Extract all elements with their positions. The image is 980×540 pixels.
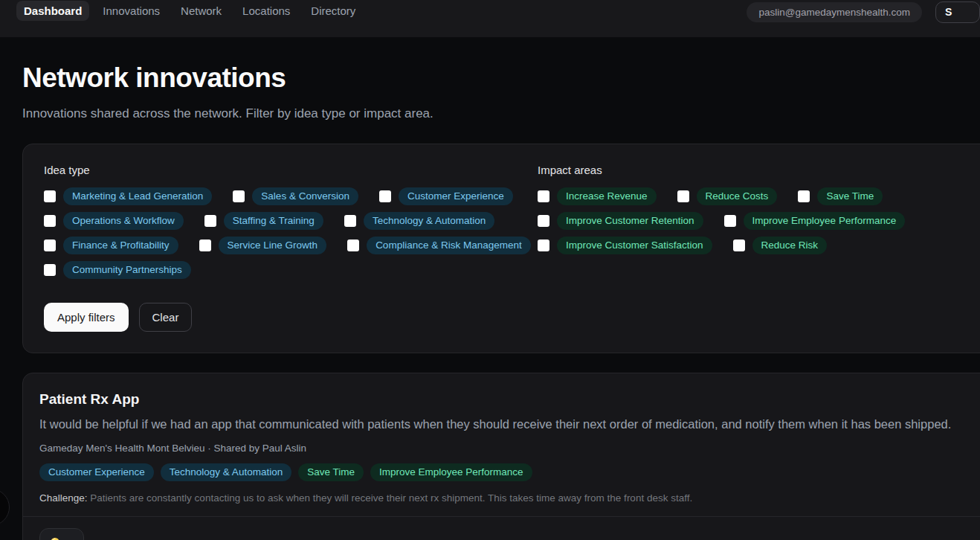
filter-pill-label[interactable]: Reduce Costs — [697, 187, 778, 205]
filter-pill-label[interactable]: Operations & Workflow — [63, 212, 184, 230]
filter-option: Reduce Costs — [677, 187, 778, 205]
filter-option: Operations & Workflow — [44, 212, 184, 230]
filter-option: Reduce Risk — [733, 237, 828, 254]
sign-out-button[interactable]: S — [935, 1, 980, 23]
checkbox-customer-experience[interactable] — [379, 190, 391, 202]
filter-option: Sales & Conversion — [233, 187, 358, 205]
filter-option: Improve Customer Satisfaction — [538, 237, 712, 254]
nav-item-dashboard[interactable]: Dashboard — [16, 1, 89, 21]
nav-item-network[interactable]: Network — [173, 1, 229, 21]
filter-option: Customer Experience — [379, 187, 513, 205]
checkbox-save-time[interactable] — [798, 190, 810, 202]
filter-option: Improve Customer Retention — [538, 212, 703, 230]
filter-option: Increase Revenue — [538, 187, 657, 205]
filter-pill-label[interactable]: Customer Experience — [399, 187, 513, 205]
challenge-text: Patients are constantly contacting us to… — [88, 492, 693, 504]
checkbox-community-partnerships[interactable] — [44, 264, 56, 276]
innovation-tags: Customer Experience Technology & Automat… — [39, 463, 980, 481]
checkbox-increase-revenue[interactable] — [538, 190, 549, 202]
lightbulb-icon — [50, 537, 60, 540]
filter-option: Marketing & Lead Generation — [44, 187, 212, 205]
filter-pill-label[interactable]: Community Partnerships — [63, 261, 191, 279]
checkbox-improve-employee-performance[interactable] — [724, 215, 736, 227]
filter-option: Technology & Automation — [344, 212, 494, 230]
filter-pill-label[interactable]: Reduce Risk — [752, 237, 828, 254]
challenge-line: Challenge: Patients are constantly conta… — [39, 492, 980, 504]
checkbox-technology-automation[interactable] — [344, 215, 356, 227]
tag-save-time: Save Time — [298, 463, 364, 481]
checkbox-sales-conversion[interactable] — [233, 190, 245, 202]
checkbox-operations-workflow[interactable] — [44, 215, 56, 227]
filter-pill-label[interactable]: Staffing & Training — [224, 212, 323, 230]
main-nav: Dashboard Innovations Network Locations … — [16, 1, 363, 21]
checkbox-improve-customer-satisfaction[interactable] — [538, 240, 549, 251]
filter-pill-label[interactable]: Compliance & Risk Management — [367, 237, 531, 254]
checkbox-reduce-costs[interactable] — [677, 190, 689, 202]
innovation-description: It would be helpful if we had an app tha… — [39, 417, 980, 431]
innovation-title: Patient Rx App — [39, 391, 980, 408]
checkbox-service-line-growth[interactable] — [199, 240, 211, 251]
top-nav-bar: Dashboard Innovations Network Locations … — [0, 0, 980, 37]
filter-option: Compliance & Risk Management — [347, 237, 531, 254]
idea-type-filter-group: Idea type Marketing & Lead Generation Sa… — [44, 164, 538, 286]
main-content: Network innovations Innovations shared a… — [0, 62, 980, 540]
filter-option: Service Line Growth — [199, 237, 327, 254]
upvote-button[interactable]: 1 — [39, 528, 84, 540]
checkbox-finance-profitability[interactable] — [44, 240, 56, 251]
filter-pill-label[interactable]: Service Line Growth — [219, 237, 327, 254]
filter-pill-label[interactable]: Sales & Conversion — [252, 187, 358, 205]
tag-improve-employee-performance: Improve Employee Performance — [370, 463, 532, 481]
checkbox-reduce-risk[interactable] — [733, 240, 745, 251]
tag-customer-experience: Customer Experience — [39, 463, 154, 481]
page-title: Network innovations — [22, 62, 980, 94]
apply-filters-button[interactable]: Apply filters — [44, 303, 129, 332]
checkbox-improve-customer-retention[interactable] — [538, 215, 549, 227]
nav-item-directory[interactable]: Directory — [303, 1, 363, 21]
filter-option: Staffing & Training — [204, 212, 323, 230]
clear-filters-button[interactable]: Clear — [139, 303, 193, 332]
filter-pill-label[interactable]: Improve Customer Retention — [557, 212, 703, 230]
impact-areas-label: Impact areas — [538, 164, 980, 176]
page-subtitle: Innovations shared across the network. F… — [22, 106, 980, 121]
filter-option: Finance & Profitability — [44, 237, 178, 254]
impact-areas-filter-group: Impact areas Increase Revenue Reduce Cos… — [538, 164, 980, 286]
filter-pill-label[interactable]: Finance & Profitability — [63, 237, 178, 254]
filter-pill-label[interactable]: Improve Employee Performance — [744, 212, 906, 230]
checkbox-staffing-training[interactable] — [204, 215, 216, 227]
checkbox-compliance-risk-management[interactable] — [347, 240, 359, 251]
challenge-label: Challenge: — [39, 492, 88, 504]
nav-item-innovations[interactable]: Innovations — [95, 1, 167, 21]
filter-pill-label[interactable]: Marketing & Lead Generation — [63, 187, 212, 205]
tag-technology-automation: Technology & Automation — [161, 463, 291, 481]
innovation-meta: Gameday Men's Health Mont Belvieu · Shar… — [39, 443, 980, 454]
filter-pill-label[interactable]: Increase Revenue — [557, 187, 657, 205]
idea-type-label: Idea type — [44, 164, 538, 176]
card-footer: 1 0 comments — [39, 517, 980, 540]
filter-option: Improve Employee Performance — [724, 212, 906, 230]
nav-item-locations[interactable]: Locations — [235, 1, 297, 21]
filters-panel: Idea type Marketing & Lead Generation Sa… — [22, 144, 980, 353]
filter-pill-label[interactable]: Save Time — [817, 187, 883, 205]
filter-option: Save Time — [798, 187, 883, 205]
filter-option: Community Partnerships — [44, 261, 191, 279]
user-email-chip: paslin@gamedaymenshealth.com — [747, 2, 922, 22]
innovation-card: Patient Rx App It would be helpful if we… — [22, 373, 980, 540]
filter-pill-label[interactable]: Technology & Automation — [364, 212, 494, 230]
checkbox-marketing-lead-generation[interactable] — [44, 190, 56, 202]
filter-pill-label[interactable]: Improve Customer Satisfaction — [557, 237, 712, 254]
